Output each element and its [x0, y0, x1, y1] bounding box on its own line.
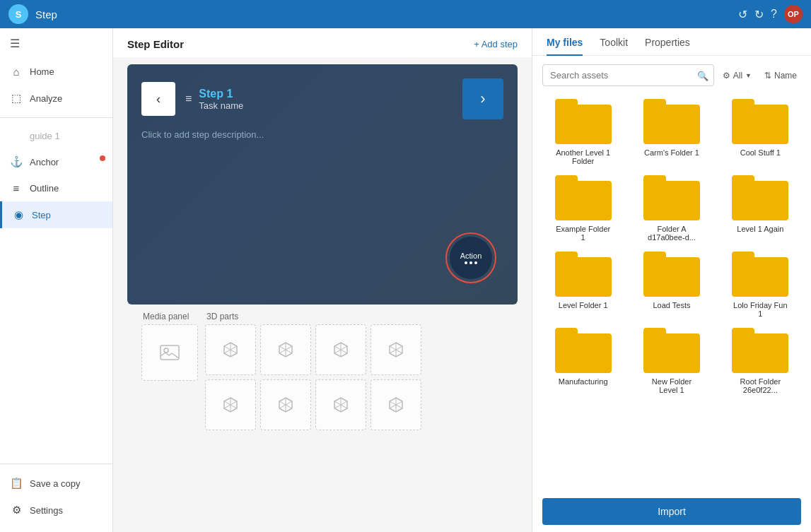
- import-button[interactable]: Import: [542, 498, 801, 525]
- media-panel-section: Media panel: [141, 312, 198, 453]
- folder-body: [643, 257, 700, 297]
- action-button[interactable]: Action: [445, 232, 496, 283]
- folder-icon: [555, 328, 612, 373]
- add-step-label: + Add step: [474, 39, 518, 49]
- folder-body: [732, 257, 788, 297]
- folder-item[interactable]: Lolo Friday Fun 1: [720, 252, 801, 318]
- sidebar-item-outline[interactable]: ≡ Outline: [0, 175, 112, 201]
- add-step-button[interactable]: + Add step: [474, 39, 518, 49]
- folder-body: [643, 105, 700, 144]
- folders-area: Another Level 1 Folder Carm's Folder 1 C…: [532, 95, 811, 491]
- folder-body: [732, 181, 788, 220]
- part-slot-5[interactable]: [205, 379, 256, 430]
- svg-rect-0: [161, 345, 179, 360]
- sidebar-item-anchor[interactable]: ⚓ Anchor: [0, 148, 112, 175]
- part-slot-4[interactable]: [371, 324, 421, 375]
- folder-icon: [555, 99, 612, 144]
- dot-1: [465, 261, 467, 264]
- step-info: Step 1 Task name: [199, 88, 243, 111]
- step-back-button[interactable]: ‹: [141, 82, 175, 116]
- folder-item[interactable]: Cool Stuff 1: [720, 99, 801, 165]
- action-btn-dots: [465, 261, 477, 264]
- save-copy-icon: 📋: [10, 477, 23, 490]
- sort-button[interactable]: ⇅ Name: [760, 68, 801, 83]
- dot-3: [474, 261, 477, 264]
- user-avatar[interactable]: OP: [784, 5, 803, 23]
- action-button-area: Action: [445, 232, 496, 283]
- step-editor-header: Step Editor + Add step: [113, 28, 532, 57]
- folders-grid: Another Level 1 Folder Carm's Folder 1 C…: [542, 99, 801, 394]
- part-slot-8[interactable]: [371, 379, 421, 430]
- part-slot-1[interactable]: [205, 324, 256, 375]
- step-card-header: ‹ ≡ Step 1 Task name ›: [141, 78, 503, 119]
- right-tabs: My files Toolkit Properties: [532, 28, 811, 56]
- sidebar-item-home[interactable]: ⌂ Home: [0, 59, 112, 85]
- folder-item[interactable]: Folder A d17a0bee-d...: [631, 175, 712, 242]
- part-slot-6[interactable]: [260, 379, 311, 430]
- folder-item[interactable]: Carm's Folder 1: [631, 99, 712, 165]
- outline-icon: ≡: [10, 182, 23, 194]
- folder-body: [555, 181, 612, 220]
- step-task-name: Task name: [199, 100, 243, 111]
- sidebar-divider-2: [0, 463, 112, 464]
- filter-button[interactable]: ⚙ All ▼: [718, 68, 756, 83]
- app-logo: S: [8, 4, 28, 24]
- sort-icon: ⇅: [764, 71, 771, 81]
- step-forward-button[interactable]: ›: [462, 78, 503, 119]
- undo-icon[interactable]: ↺: [738, 8, 747, 21]
- tab-my-files[interactable]: My files: [547, 37, 583, 55]
- folder-icon: [732, 175, 788, 220]
- sidebar-divider: [0, 117, 112, 118]
- folder-name: Another Level 1 Folder: [555, 148, 612, 165]
- folder-icon: [555, 175, 612, 220]
- anchor-icon: ⚓: [10, 155, 23, 168]
- sidebar-item-step[interactable]: ◉ Step: [0, 201, 112, 228]
- filter-label: All: [733, 71, 742, 81]
- sidebar-item-settings[interactable]: ⚙ Settings: [0, 497, 112, 524]
- search-input-wrap: 🔍: [542, 64, 714, 86]
- redo-icon[interactable]: ↻: [754, 8, 764, 21]
- folder-body: [732, 105, 788, 144]
- search-input[interactable]: [542, 64, 714, 86]
- folder-body: [555, 333, 612, 373]
- filter-icon: ⚙: [723, 71, 730, 81]
- home-icon: ⌂: [10, 66, 23, 78]
- folder-icon: [643, 175, 700, 220]
- step-editor-title: Step Editor: [127, 38, 184, 50]
- sort-label: Name: [774, 71, 797, 81]
- folder-icon: [732, 328, 788, 373]
- folder-icon: [643, 252, 700, 297]
- sidebar-item-save-copy[interactable]: 📋 Save a copy: [0, 470, 112, 497]
- folder-name: Load Tests: [653, 301, 690, 309]
- folder-item[interactable]: Level Folder 1: [542, 252, 624, 318]
- tab-toolkit[interactable]: Toolkit: [600, 37, 628, 55]
- folder-name: Level Folder 1: [559, 301, 608, 309]
- folder-item[interactable]: Load Tests: [631, 252, 712, 318]
- folder-item[interactable]: Another Level 1 Folder: [542, 99, 624, 165]
- sidebar-item-guide: guide 1: [0, 124, 112, 148]
- folder-name: Example Folder 1: [555, 225, 612, 242]
- sidebar-item-analyze[interactable]: ⬚ Analyze: [0, 85, 112, 112]
- sidebar-item-label: Outline: [30, 183, 59, 194]
- part-slot-3[interactable]: [315, 324, 366, 375]
- folder-item[interactable]: Example Folder 1: [542, 175, 624, 242]
- part-slot-2[interactable]: [260, 324, 311, 375]
- sidebar-menu-toggle[interactable]: ☰: [0, 28, 112, 59]
- media-slot-1[interactable]: [141, 324, 198, 381]
- part-slot-7[interactable]: [315, 379, 366, 430]
- sidebar-item-label: guide 1: [30, 131, 60, 141]
- help-icon[interactable]: ?: [771, 8, 777, 20]
- folder-item[interactable]: New Folder Level 1: [631, 328, 712, 394]
- folder-name: Carm's Folder 1: [644, 148, 699, 157]
- folder-name: Root Folder 26e0f22...: [732, 377, 788, 394]
- folder-icon: [643, 328, 700, 373]
- folder-item[interactable]: Level 1 Again: [720, 175, 801, 242]
- folder-body: [555, 257, 612, 297]
- svg-point-1: [164, 348, 168, 353]
- tab-properties[interactable]: Properties: [645, 37, 690, 55]
- folder-item[interactable]: Root Folder 26e0f22...: [720, 328, 801, 394]
- folder-item[interactable]: Manufacturing: [542, 328, 624, 394]
- media-panel-grid: [141, 324, 198, 381]
- folder-body: [732, 333, 788, 373]
- folder-body: [643, 181, 700, 220]
